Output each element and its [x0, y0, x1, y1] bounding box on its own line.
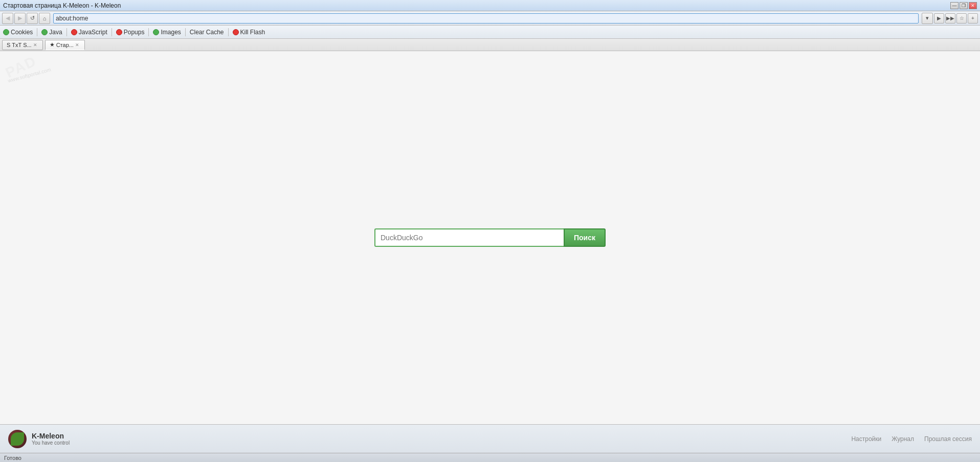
search-input[interactable] — [374, 228, 564, 247]
watermark: PAD www.softportal.com — [3, 51, 52, 83]
toolbar-kill-flash[interactable]: Kill Flash — [233, 29, 265, 36]
window-controls: — ❐ ✕ — [950, 2, 977, 9]
restore-button[interactable]: ❐ — [960, 2, 968, 9]
toolbar: Cookies Java JavaScript Popups Images Cl… — [0, 26, 980, 39]
reload-button[interactable]: ↺ — [27, 13, 38, 24]
footer-links: Настройки Журнал Прошлая сессия — [851, 435, 972, 443]
main-content: PAD www.softportal.com Поиск — [0, 51, 980, 424]
title-bar: Стартовая страница K-Meleon - K-Meleon —… — [0, 0, 980, 11]
javascript-label: JavaScript — [79, 29, 107, 36]
toolbar-cookies[interactable]: Cookies — [3, 29, 33, 36]
kill-flash-status-dot — [233, 29, 239, 35]
logo-name: K-Meleon — [32, 432, 70, 440]
footer-settings-link[interactable]: Настройки — [851, 435, 881, 443]
star-button[interactable]: ☆ — [956, 13, 967, 24]
kmeleon-logo-icon — [8, 430, 27, 448]
forward-button[interactable]: ▶ — [14, 13, 26, 24]
nav-right-controls: ▶ ▶▶ ☆ + — [934, 13, 978, 24]
toolbar-popups[interactable]: Popups — [116, 29, 145, 36]
footer-journal-link[interactable]: Журнал — [892, 435, 914, 443]
js-status-dot — [71, 29, 77, 35]
bookmark-txt-s[interactable]: S TxT S... ✕ — [2, 40, 43, 50]
close-button[interactable]: ✕ — [969, 2, 977, 9]
minimize-button[interactable]: — — [950, 2, 959, 9]
cookies-status-dot — [3, 29, 9, 35]
footer: K-Meleon You have control Настройки Журн… — [0, 424, 980, 453]
home-button[interactable]: ⌂ — [39, 13, 50, 24]
ffwd-button[interactable]: ▶▶ — [945, 13, 955, 24]
footer-logo: K-Meleon You have control — [8, 430, 70, 448]
sep3 — [112, 28, 112, 36]
sep5 — [185, 28, 186, 36]
toolbar-clear-cache[interactable]: Clear Cache — [190, 29, 224, 36]
url-dropdown-button[interactable]: ▾ — [922, 13, 933, 24]
sep6 — [228, 28, 229, 36]
window-title: Стартовая страница K-Meleon - K-Meleon — [3, 2, 121, 9]
bookmark-star-label: Стар... — [56, 42, 74, 48]
search-widget: Поиск — [374, 228, 606, 247]
java-status-dot — [41, 29, 48, 35]
kill-flash-label: Kill Flash — [240, 29, 265, 36]
status-text: Готово — [4, 455, 21, 461]
back-button[interactable]: ◀ — [2, 13, 13, 24]
status-bar: Готово — [0, 453, 980, 462]
bookmark-txt-s-close[interactable]: ✕ — [33, 42, 38, 48]
bookmark-star-icon: ★ — [50, 41, 55, 48]
logo-leaf — [11, 432, 24, 446]
nav-bar: ◀ ▶ ↺ ⌂ ▾ ▶ ▶▶ ☆ + — [0, 11, 980, 26]
toolbar-java[interactable]: Java — [41, 29, 62, 36]
play-button[interactable]: ▶ — [934, 13, 944, 24]
bookmark-txt-s-label: TxT S... — [12, 42, 31, 48]
sep1 — [37, 28, 37, 36]
images-status-dot — [153, 29, 159, 35]
bookmark-star-close[interactable]: ✕ — [75, 42, 80, 48]
sep4 — [148, 28, 149, 36]
cookies-label: Cookies — [11, 29, 33, 36]
popups-label: Popups — [124, 29, 145, 36]
toolbar-javascript[interactable]: JavaScript — [71, 29, 107, 36]
java-label: Java — [49, 29, 62, 36]
url-bar[interactable] — [53, 13, 919, 24]
bookmark-star[interactable]: ★ Стар... ✕ — [45, 40, 85, 50]
sep2 — [66, 28, 67, 36]
popups-status-dot — [116, 29, 122, 35]
search-button[interactable]: Поиск — [564, 228, 606, 247]
logo-text: K-Meleon You have control — [32, 432, 70, 446]
bookmarks-bar: S TxT S... ✕ ★ Стар... ✕ — [0, 39, 980, 51]
logo-tagline: You have control — [32, 440, 70, 446]
clear-cache-label: Clear Cache — [190, 29, 224, 36]
bookmark-txt-s-icon: S — [7, 42, 10, 48]
toolbar-images[interactable]: Images — [153, 29, 181, 36]
images-label: Images — [161, 29, 181, 36]
add-star-button[interactable]: + — [968, 13, 978, 24]
footer-prev-session-link[interactable]: Прошлая сессия — [924, 435, 972, 443]
